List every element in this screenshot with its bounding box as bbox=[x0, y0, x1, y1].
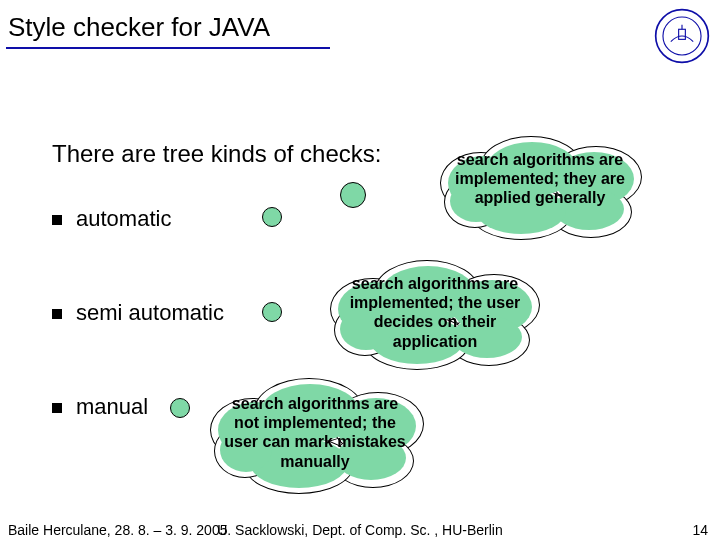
footer-page-number: 14 bbox=[692, 522, 708, 538]
connector-bubble-icon bbox=[262, 207, 282, 227]
cloud-semi-automatic: search algorithms are implemented; the u… bbox=[320, 256, 550, 376]
bullet-label: manual bbox=[76, 394, 148, 419]
connector-bubble-icon bbox=[262, 302, 282, 322]
intro-text: There are tree kinds of checks: bbox=[52, 140, 381, 168]
cloud-text: search algorithms are implemented; the u… bbox=[342, 274, 528, 351]
footer-center: U. Sacklowski, Dept. of Comp. Sc. , HU-B… bbox=[0, 522, 720, 538]
cloud-text: search algorithms are not implemented; t… bbox=[222, 394, 408, 471]
bullet-semi-automatic: semi automatic bbox=[52, 300, 224, 326]
bullet-label: semi automatic bbox=[76, 300, 224, 325]
bullet-square-icon bbox=[52, 215, 62, 225]
slide-title: Style checker for JAVA bbox=[6, 12, 330, 49]
cloud-automatic: search algorithms are implemented; they … bbox=[430, 130, 650, 250]
cloud-manual: search algorithms are not implemented; t… bbox=[200, 372, 430, 502]
svg-rect-2 bbox=[679, 29, 686, 39]
bullet-label: automatic bbox=[76, 206, 171, 231]
bullet-square-icon bbox=[52, 403, 62, 413]
bullet-square-icon bbox=[52, 309, 62, 319]
bullet-automatic: automatic bbox=[52, 206, 171, 232]
cloud-text: search algorithms are implemented; they … bbox=[450, 150, 630, 208]
bullet-manual: manual bbox=[52, 394, 148, 420]
university-seal-icon bbox=[654, 8, 710, 64]
connector-bubble-icon bbox=[340, 182, 366, 208]
connector-bubble-icon bbox=[170, 398, 190, 418]
